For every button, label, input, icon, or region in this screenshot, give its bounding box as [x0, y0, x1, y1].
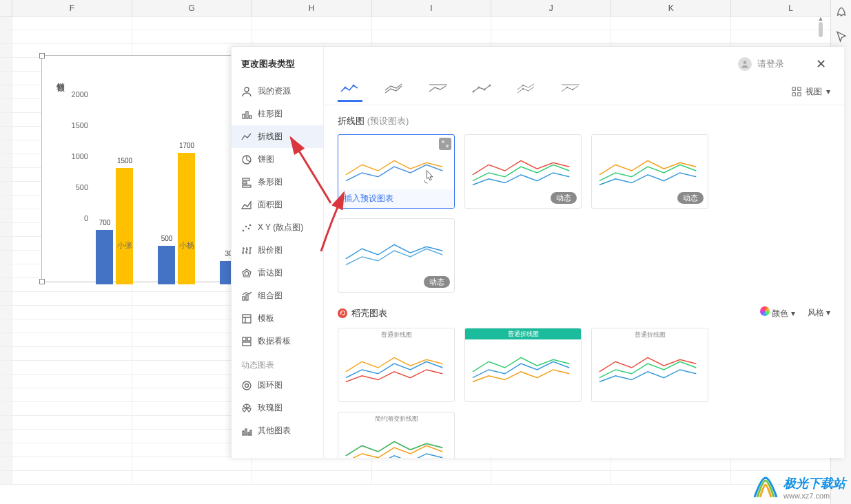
svg-rect-19 — [243, 342, 251, 346]
col-header-F[interactable]: F — [12, 0, 132, 16]
rocket-icon[interactable] — [835, 6, 848, 18]
sidebar-item-other[interactable]: 其他图表 — [232, 419, 323, 442]
sidebar-item-user[interactable]: 我的资源 — [232, 80, 323, 103]
cursor-icon[interactable] — [835, 30, 848, 43]
subtype-line-percent-markers[interactable] — [558, 81, 583, 102]
bar-label: 700 — [94, 219, 115, 227]
user-icon — [241, 86, 252, 97]
expand-icon[interactable] — [439, 138, 451, 150]
sidebar-item-radar[interactable]: 雷达图 — [232, 262, 323, 284]
combo-icon — [241, 291, 252, 302]
sidebar-item-donut[interactable]: 圆环图 — [232, 374, 323, 397]
sidebar-item-area[interactable]: 面积图 — [232, 193, 323, 216]
sidebar-item-label: 玫瑰图 — [258, 402, 283, 414]
watermark-url: www.xz7.com — [783, 492, 845, 500]
preset-chart-card[interactable]: 动态 — [591, 134, 708, 209]
section-title-main: 折线图 — [338, 116, 365, 126]
col-header-H[interactable]: H — [252, 0, 372, 16]
daoke-chart-card[interactable]: 简约渐变折线图 — [338, 412, 455, 458]
sidebar-section-dynamic: 动态图表 — [232, 353, 323, 374]
svg-point-34 — [522, 84, 524, 86]
chart-gallery[interactable]: 折线图 (预设图表) 插入预设图表动态动态动态 稻壳图表 颜色 ▾ 风格 ▾ 普… — [324, 105, 844, 458]
ytick: 0 — [64, 214, 88, 245]
svg-point-8 — [243, 229, 245, 231]
subtype-line-percent[interactable] — [426, 81, 451, 102]
refresh-icon[interactable] — [338, 308, 347, 318]
subtype-line-basic[interactable] — [338, 81, 362, 102]
subtype-line-stacked-markers[interactable] — [514, 81, 539, 102]
svg-rect-1 — [243, 114, 245, 118]
sidebar-item-stock[interactable]: 股价图 — [232, 239, 323, 262]
sidebar-item-label: 条形图 — [258, 176, 283, 188]
daoke-chart-card[interactable]: 普通折线图 — [464, 328, 582, 402]
close-button[interactable]: ✕ — [812, 55, 830, 73]
ytick: 1500 — [64, 121, 88, 152]
preset-chart-card[interactable]: 动态 — [464, 134, 582, 209]
svg-rect-16 — [243, 315, 251, 323]
stock-icon — [241, 245, 252, 256]
sidebar-item-template[interactable]: 模板 — [232, 307, 323, 330]
section-title-sub: (预设图表) — [367, 116, 409, 126]
view-control[interactable]: 视图 ▾ — [792, 81, 830, 102]
scroll-indicator[interactable]: ▲ — [814, 15, 828, 43]
grid-row[interactable] — [0, 17, 851, 30]
resize-handle[interactable] — [39, 279, 45, 284]
svg-point-33 — [522, 87, 524, 90]
embedded-bar-chart[interactable]: 销售额 2000 1500 1000 500 0 700150050017003… — [41, 55, 234, 282]
svg-rect-7 — [243, 185, 251, 187]
card-title: 普通折线图 — [338, 330, 454, 339]
sidebar-item-label: 柱形图 — [258, 108, 283, 120]
sidebar-item-scatter[interactable]: X Y (散点图) — [232, 216, 323, 239]
color-filter[interactable]: 颜色 ▾ — [760, 306, 795, 319]
ytick: 1000 — [64, 152, 88, 183]
style-filter[interactable]: 风格 ▾ — [808, 307, 830, 319]
svg-rect-23 — [245, 429, 247, 435]
login-area[interactable]: 请登录 — [738, 57, 784, 71]
scatter-icon — [241, 222, 252, 233]
col-header-G[interactable]: G — [132, 0, 252, 16]
subtype-line-stacked[interactable] — [382, 81, 407, 102]
y-axis-ticks: 2000 1500 1000 500 0 — [64, 90, 88, 245]
sidebar-item-combo[interactable]: 组合图 — [232, 284, 323, 307]
sidebar-item-pie[interactable]: 饼图 — [232, 148, 323, 171]
subtype-line-markers[interactable] — [470, 81, 495, 102]
grid-row[interactable] — [0, 471, 851, 485]
svg-point-26 — [744, 61, 747, 64]
svg-point-20 — [243, 381, 251, 390]
sidebar-item-bar[interactable]: 柱形图 — [232, 103, 323, 125]
sidebar-item-dashboard[interactable]: 数据看板 — [232, 330, 323, 353]
preset-chart-card[interactable]: 插入预设图表 — [338, 134, 455, 209]
xcat: 小杨 — [156, 240, 218, 251]
svg-point-30 — [478, 86, 480, 88]
daoke-chart-card[interactable]: 普通折线图 — [338, 328, 455, 402]
ytick: 2000 — [64, 90, 88, 121]
bar-series1: 700 — [96, 230, 113, 284]
svg-point-36 — [572, 88, 574, 90]
chart-thumbnail — [342, 339, 450, 397]
svg-rect-17 — [243, 337, 246, 341]
preset-cards: 插入预设图表动态动态动态 — [338, 134, 830, 293]
sidebar-item-hbar[interactable]: 条形图 — [232, 171, 323, 193]
sidebar-item-rose[interactable]: 玫瑰图 — [232, 397, 323, 419]
col-header-K[interactable]: K — [611, 0, 731, 16]
sidebar-item-label: 股价图 — [258, 244, 283, 256]
modal-title: 更改图表类型 — [232, 58, 323, 80]
daoke-chart-card[interactable]: 普通折线图 — [591, 328, 708, 402]
grid-row[interactable] — [0, 30, 851, 44]
grid-row[interactable] — [0, 457, 851, 471]
sidebar-item-label: 模板 — [258, 313, 274, 324]
avatar-icon — [738, 57, 752, 71]
col-header-J[interactable]: J — [491, 0, 611, 16]
resize-handle[interactable] — [39, 53, 45, 59]
sidebar-item-line[interactable]: 折线图 — [232, 125, 323, 148]
col-header-I[interactable]: I — [372, 0, 492, 16]
svg-rect-40 — [798, 93, 801, 96]
watermark-name: 极光下载站 — [783, 475, 845, 492]
svg-rect-24 — [248, 432, 249, 435]
insert-preset-button[interactable]: 插入预设图表 — [338, 189, 454, 208]
preset-chart-card[interactable]: 动态 — [338, 218, 455, 293]
sidebar-item-label: 数据看板 — [258, 335, 291, 347]
svg-rect-38 — [798, 87, 801, 90]
bar-series2: 1700 — [178, 153, 195, 284]
area-icon — [241, 200, 252, 211]
